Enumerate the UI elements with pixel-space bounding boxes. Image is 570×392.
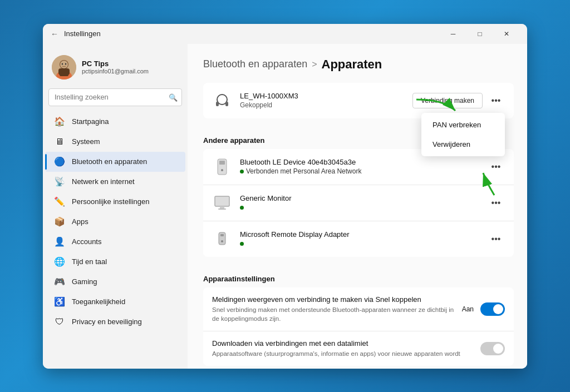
nav-icon-systeem: 🖥 [54, 136, 65, 147]
nav-icon-tijd: 🌐 [54, 256, 65, 267]
nav-icon-persoonlijk: ✏️ [54, 196, 65, 207]
settings-download-title: Downloaden via verbindingen met een data… [212, 339, 473, 348]
toggle-download[interactable] [480, 342, 505, 355]
ble-device-more-button[interactable]: ••• [487, 158, 505, 176]
profile-info: PC Tips pctipsinfo01@gmail.com [82, 59, 149, 75]
svg-point-20 [221, 240, 223, 242]
sidebar-item-startpagina[interactable]: 🏠Startpagina [45, 112, 185, 132]
device-settings-section: Meldingen weergeven om verbinding te mak… [203, 287, 514, 366]
titlebar: ← Instellingen ─ □ ✕ [43, 24, 527, 44]
nav-label-accounts: Accounts [72, 237, 101, 246]
maximize-button[interactable]: □ [467, 26, 493, 42]
breadcrumb-parent: Bluetooth en apparaten [203, 58, 307, 70]
ble-device-info: Bluetooth LE Device 40e4b3045a3e Verbond… [240, 158, 479, 175]
status-dot-2 [240, 206, 244, 210]
monitor-icon [212, 193, 232, 213]
nav-label-apps: Apps [72, 217, 89, 226]
dropdown-menu: PAN verbreken Verwijderen [421, 113, 505, 156]
sidebar-item-gaming[interactable]: 🎮Gaming [45, 272, 185, 292]
device-item-remote: Microsoft Remote Display Adapter ••• [203, 221, 514, 257]
device-item-monitor: Generic Monitor ••• [203, 185, 514, 221]
toggle-notifications[interactable] [480, 302, 505, 316]
monitor-device-actions: ••• [487, 194, 505, 212]
remote-device-name: Microsoft Remote Display Adapter [240, 230, 479, 239]
verbinding-button[interactable]: Verbinding maken [412, 93, 483, 108]
search-input[interactable] [48, 88, 182, 106]
top-device-section: LE_WH-1000XM3 Gekoppeld Verbinding maken… [203, 83, 514, 118]
remote-more-button[interactable]: ••• [487, 230, 505, 248]
nav-list: 🏠Startpagina🖥Systeem🔵Bluetooth en appara… [43, 112, 188, 332]
sidebar-item-apps[interactable]: 📦Apps [45, 212, 185, 232]
search-box[interactable]: 🔍 [48, 88, 182, 106]
titlebar-controls: ─ □ ✕ [440, 26, 519, 42]
ble-device-name: Bluetooth LE Device 40e4b3045a3e [240, 158, 479, 166]
remote-device-info: Microsoft Remote Display Adapter [240, 230, 479, 247]
nav-label-systeem: Systeem [72, 137, 100, 146]
svg-point-5 [60, 61, 68, 68]
monitor-more-button[interactable]: ••• [487, 194, 505, 212]
toggle-wrap-notifications: Aan [462, 302, 505, 316]
settings-notifications-title: Meldingen weergeven om verbinding te mak… [212, 295, 454, 304]
nav-label-gaming: Gaming [72, 277, 97, 286]
profile-email: pctipsinfo01@gmail.com [82, 68, 149, 75]
svg-rect-13 [219, 161, 225, 165]
remote-adapter-icon [212, 229, 232, 249]
toggle-wrap-download [480, 342, 505, 355]
settings-download-desc: Apparaatsoftware (stuurprogramma's, info… [212, 349, 473, 358]
search-icon: 🔍 [169, 93, 178, 101]
sidebar-item-netwerk[interactable]: 📡Netwerk en internet [45, 172, 185, 192]
monitor-device-info: Generic Monitor [240, 194, 479, 211]
dropdown-item-pan[interactable]: PAN verbreken [421, 115, 505, 135]
top-device-name: LE_WH-1000XM3 [240, 92, 405, 100]
settings-download-info: Downloaden via verbindingen met een data… [212, 339, 473, 358]
nav-label-tijd: Tijd en taal [72, 257, 107, 266]
close-button[interactable]: ✕ [494, 26, 519, 42]
nav-label-persoonlijk: Persoonlijke instellingen [72, 197, 149, 206]
nav-icon-privacy: 🛡 [54, 316, 65, 328]
sidebar-item-tijd[interactable]: 🌐Tijd en taal [45, 252, 185, 272]
settings-item-notifications: Meldingen weergeven om verbinding te mak… [203, 287, 514, 331]
settings-notifications-desc: Snel verbinding maken met ondersteunde B… [212, 305, 454, 323]
other-devices-section: Bluetooth LE Device 40e4b3045a3e Verbond… [203, 149, 514, 257]
sidebar-item-accounts[interactable]: 👤Accounts [45, 232, 185, 252]
nav-label-startpagina: Startpagina [72, 117, 109, 126]
nav-label-toegankelijkheid: Toegankelijkheid [72, 297, 125, 306]
nav-icon-accounts: 👤 [54, 236, 65, 247]
remote-device-status [240, 240, 479, 247]
svg-rect-19 [220, 234, 224, 236]
titlebar-title: Instellingen [64, 29, 101, 38]
svg-point-14 [221, 169, 223, 171]
remote-device-actions: ••• [487, 230, 505, 248]
avatar [52, 55, 76, 80]
top-device-actions: Verbinding maken ••• [412, 92, 505, 110]
svg-rect-16 [220, 206, 224, 209]
nav-icon-apps: 📦 [54, 216, 65, 227]
top-device-more-button[interactable]: ••• [487, 92, 505, 110]
sidebar-item-persoonlijk[interactable]: ✏️Persoonlijke instellingen [45, 192, 185, 212]
titlebar-left: ← Instellingen [51, 29, 101, 38]
nav-icon-toegankelijkheid: ♿ [54, 296, 65, 307]
main-content: Bluetooth en apparaten > Apparaten [188, 44, 527, 369]
sidebar-item-privacy[interactable]: 🛡Privacy en beveiliging [45, 312, 185, 332]
profile: PC Tips pctipsinfo01@gmail.com [43, 49, 188, 88]
settings-notifications-info: Meldingen weergeven om verbinding te mak… [212, 295, 454, 323]
monitor-device-name: Generic Monitor [240, 194, 479, 202]
svg-rect-9 [216, 102, 219, 106]
top-device-info: LE_WH-1000XM3 Gekoppeld [240, 92, 405, 109]
bluetooth-device-icon [212, 157, 232, 177]
breadcrumb-current: Apparaten [322, 57, 382, 72]
settings-item-download: Downloaden via verbindingen met een data… [203, 331, 514, 366]
svg-point-7 [65, 63, 66, 64]
minimize-button[interactable]: ─ [440, 26, 466, 42]
sidebar-item-systeem[interactable]: 🖥Systeem [45, 132, 185, 152]
dropdown-item-remove[interactable]: Verwijderen [421, 135, 505, 154]
sidebar-item-toegankelijkheid[interactable]: ♿Toegankelijkheid [45, 292, 185, 312]
settings-section-header: Apparaatinstellingen [203, 266, 514, 287]
profile-name: PC Tips [82, 59, 149, 68]
headphones-icon [212, 91, 232, 111]
nav-icon-bluetooth: 🔵 [54, 156, 65, 167]
sidebar-item-bluetooth[interactable]: 🔵Bluetooth en apparaten [45, 152, 185, 172]
monitor-device-status [240, 204, 479, 211]
back-button[interactable]: ← [51, 29, 58, 38]
svg-rect-15 [215, 196, 229, 206]
